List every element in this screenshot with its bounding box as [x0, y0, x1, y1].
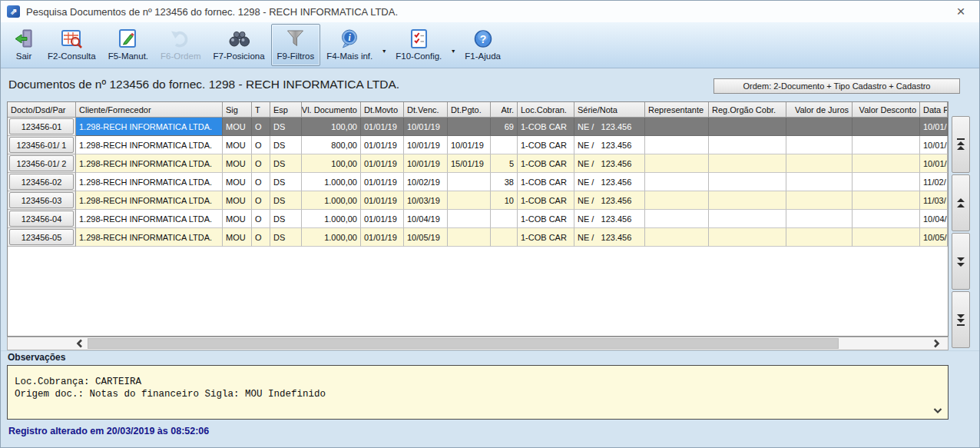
cell-movto[interactable]: 01/01/19	[361, 173, 404, 191]
cell-venc[interactable]: 10/01/19	[404, 136, 448, 154]
cell-t[interactable]: O	[252, 228, 270, 247]
cell-serie[interactable]: NE / 123.456	[574, 210, 645, 228]
toolbar-button-f2-consulta[interactable]: F2-Consulta	[41, 24, 102, 66]
docto-row-button[interactable]: 123456-04	[9, 211, 74, 227]
table-row[interactable]: 123456-031.298-RECH INFORMATICA LTDA.MOU…	[8, 191, 948, 210]
cell-juros[interactable]	[786, 136, 853, 154]
cell-vl[interactable]: 1.000,00	[302, 210, 361, 228]
cell-reg[interactable]	[709, 118, 786, 136]
horizontal-scrollbar-thumb[interactable]	[88, 338, 839, 349]
docto-row-button[interactable]: 123456-01	[9, 118, 74, 134]
cell-cliente[interactable]: 1.298-RECH INFORMATICA LTDA.	[76, 154, 223, 173]
cell-t[interactable]: O	[252, 136, 270, 154]
cell-atr[interactable]	[491, 136, 518, 154]
cell-serie[interactable]: NE / 123.456	[574, 228, 645, 247]
cell-vl[interactable]: 100,00	[302, 118, 361, 136]
docto-row-button[interactable]: 123456-02	[9, 174, 74, 190]
cell-juros[interactable]	[786, 210, 853, 228]
cell-serie[interactable]: NE / 123.456	[574, 118, 645, 136]
cell-t[interactable]: O	[252, 118, 270, 136]
toolbar-button-f5-manut[interactable]: F5-Manut.	[102, 24, 154, 66]
cell-atr[interactable]: 38	[491, 173, 518, 191]
cell-sig[interactable]: MOU	[223, 191, 252, 210]
cell-esp[interactable]: DS	[270, 136, 302, 154]
horizontal-scrollbar[interactable]	[7, 337, 949, 350]
cell-pgto[interactable]	[448, 173, 491, 191]
cell-dataf[interactable]: 10/05/	[920, 228, 948, 247]
toolbar-button-f9-filtros[interactable]: F9-Filtros	[271, 24, 321, 66]
cell-atr[interactable]: 69	[491, 118, 518, 136]
cell-desc[interactable]	[853, 173, 920, 191]
cell-t[interactable]: O	[252, 173, 270, 191]
cell-serie[interactable]: NE / 123.456	[574, 154, 645, 173]
toolbar-button-f10-config[interactable]: F10-Config.	[389, 24, 448, 66]
cell-cliente[interactable]: 1.298-RECH INFORMATICA LTDA.	[76, 173, 223, 191]
cell-t[interactable]: O	[252, 154, 270, 173]
cell-docto[interactable]: 123456-03	[8, 191, 76, 210]
dropdown-arrow-icon[interactable]: ▼	[379, 48, 389, 54]
table-row[interactable]: 123456-01/ 21.298-RECH INFORMATICA LTDA.…	[8, 154, 948, 173]
cell-esp[interactable]: DS	[270, 173, 302, 191]
cell-movto[interactable]: 01/01/19	[361, 154, 404, 173]
cell-docto[interactable]: 123456-04	[8, 210, 76, 228]
toolbar-button-f1-ajuda[interactable]: ?F1-Ajuda	[459, 24, 507, 66]
cell-esp[interactable]: DS	[270, 228, 302, 247]
cell-serie[interactable]: NE / 123.456	[574, 191, 645, 210]
cell-sig[interactable]: MOU	[223, 136, 252, 154]
cell-loc[interactable]: 1-COB CAR	[518, 136, 574, 154]
cell-sig[interactable]: MOU	[223, 173, 252, 191]
cell-cliente[interactable]: 1.298-RECH INFORMATICA LTDA.	[76, 118, 223, 136]
close-icon[interactable]: ×	[950, 2, 972, 22]
cell-movto[interactable]: 01/01/19	[361, 210, 404, 228]
cell-docto[interactable]: 123456-02	[8, 173, 76, 191]
cell-pgto[interactable]: 15/01/19	[448, 154, 491, 173]
cell-vl[interactable]: 1.000,00	[302, 228, 361, 247]
dropdown-arrow-icon[interactable]: ▼	[448, 48, 459, 54]
page-down-button[interactable]	[952, 233, 970, 290]
cell-atr[interactable]	[491, 228, 518, 247]
memo-scroll-down-icon[interactable]	[932, 405, 944, 416]
scroll-left-icon[interactable]	[72, 338, 86, 349]
table-row[interactable]: 123456-01/ 11.298-RECH INFORMATICA LTDA.…	[8, 136, 948, 154]
cell-reg[interactable]	[709, 154, 786, 173]
cell-cliente[interactable]: 1.298-RECH INFORMATICA LTDA.	[76, 210, 223, 228]
table-row[interactable]: 123456-021.298-RECH INFORMATICA LTDA.MOU…	[8, 173, 948, 191]
cell-docto[interactable]: 123456-05	[8, 228, 76, 247]
goto-last-record-button[interactable]	[952, 291, 970, 348]
cell-docto[interactable]: 123456-01/ 1	[8, 136, 76, 154]
cell-desc[interactable]	[853, 210, 920, 228]
cell-t[interactable]: O	[252, 191, 270, 210]
cell-juros[interactable]	[786, 118, 853, 136]
cell-sig[interactable]: MOU	[223, 228, 252, 247]
cell-docto[interactable]: 123456-01/ 2	[8, 154, 76, 173]
cell-desc[interactable]	[853, 191, 920, 210]
observations-memo[interactable]: Loc.Cobrança: CARTEIRA Origem doc.: Nota…	[7, 365, 949, 420]
cell-venc[interactable]: 10/05/19	[404, 228, 448, 247]
cell-dataf[interactable]: 10/01/	[920, 136, 948, 154]
cell-dataf[interactable]: 10/04/	[920, 210, 948, 228]
cell-loc[interactable]: 1-COB CAR	[518, 118, 574, 136]
table-row[interactable]: 123456-051.298-RECH INFORMATICA LTDA.MOU…	[8, 228, 948, 247]
cell-loc[interactable]: 1-COB CAR	[518, 191, 574, 210]
cell-movto[interactable]: 01/01/19	[361, 136, 404, 154]
cell-rep[interactable]	[645, 210, 709, 228]
cell-vl[interactable]: 100,00	[302, 154, 361, 173]
cell-reg[interactable]	[709, 173, 786, 191]
cell-atr[interactable]	[491, 210, 518, 228]
cell-dataf[interactable]: 11/02/	[920, 173, 948, 191]
cell-t[interactable]: O	[252, 210, 270, 228]
cell-venc[interactable]: 10/04/19	[404, 210, 448, 228]
cell-desc[interactable]	[853, 118, 920, 136]
table-row[interactable]: 123456-041.298-RECH INFORMATICA LTDA.MOU…	[8, 210, 948, 228]
cell-movto[interactable]: 01/01/19	[361, 228, 404, 247]
cell-esp[interactable]: DS	[270, 154, 302, 173]
cell-reg[interactable]	[709, 228, 786, 247]
scroll-right-icon[interactable]	[929, 338, 943, 349]
cell-juros[interactable]	[786, 173, 853, 191]
cell-dataf[interactable]: 10/01/	[920, 118, 948, 136]
page-up-button[interactable]	[952, 174, 970, 231]
cell-loc[interactable]: 1-COB CAR	[518, 228, 574, 247]
cell-venc[interactable]: 10/03/19	[404, 191, 448, 210]
cell-venc[interactable]: 10/02/19	[404, 173, 448, 191]
cell-desc[interactable]	[853, 228, 920, 247]
